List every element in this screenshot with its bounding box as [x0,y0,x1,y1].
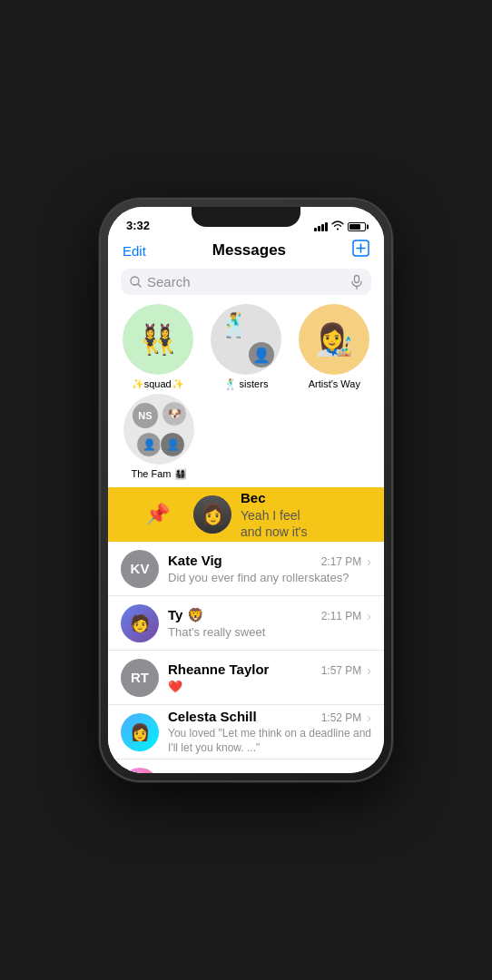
chevron-icon: › [367,710,371,725]
rheanne-name: Rheanne Taylor [168,662,269,677]
bec-content: Bec Yeah I feeland now it's [241,490,371,540]
signal-icon [314,222,328,231]
ty-content: Ty 🦁 2:11 PM › That's really sweet [168,607,371,639]
notch [192,207,300,227]
kate-vig-avatar: KV [121,550,159,588]
pin-area: 📌 [121,503,193,526]
fam-label: The Fam 👨‍👩‍👧‍👦 [131,468,186,480]
search-placeholder: Search [147,274,346,289]
artists-way-label: Artist's Way [309,378,360,390]
squad-avatar: 👯‍♀️ [123,304,193,375]
ty-avatar: 🧑 [121,604,159,642]
bec-preview: Yeah I feeland now it's [241,507,371,540]
status-time: 3:32 [126,219,150,232]
kate-vig-content: Kate Vig 2:17 PM › Did you ever find any… [168,553,371,584]
compose-button[interactable] [352,240,369,261]
pinned-groups-row1: 👯‍♀️ ✨squad✨ 🕺 👤 🕺 sisters [108,304,384,390]
phone-device: 3:32 [101,200,391,780]
celesta-name: Celesta Schill [168,709,257,724]
message-row-charlotte[interactable]: 👩 Charlotte Judge 10:18 AM › [108,760,384,773]
message-row-rheanne[interactable]: RT Rheanne Taylor 1:57 PM › ❤️ [108,651,384,705]
rheanne-avatar: RT [121,659,159,697]
sisters-avatar: 🕺 👤 [211,304,281,375]
ns-badge: NS [131,401,160,430]
phone-screen: 3:32 [108,207,384,773]
celesta-avatar: 👩 [121,713,159,751]
message-row-celesta[interactable]: 👩 Celesta Schill 1:52 PM › You loved "Le… [108,705,384,760]
wifi-icon [331,220,344,232]
edit-button[interactable]: Edit [123,243,146,259]
chevron-icon: › [367,554,371,569]
kate-vig-time: 2:17 PM › [321,554,371,569]
artists-way-avatar: 👩‍🎨 [299,304,369,375]
sisters-label: 🕺 sisters [224,378,269,390]
celesta-time: 1:52 PM › [321,710,371,725]
pin-icon: 📌 [145,503,170,526]
group-squad[interactable]: 👯‍♀️ ✨squad✨ [115,304,200,390]
group-sisters[interactable]: 🕺 👤 🕺 sisters [203,304,288,390]
ty-preview: That's really sweet [168,625,371,639]
bec-avatar: 👩 [193,495,231,534]
battery-icon [348,222,366,231]
message-row-ty[interactable]: 🧑 Ty 🦁 2:11 PM › That's really sweet [108,596,384,651]
rheanne-content: Rheanne Taylor 1:57 PM › ❤️ [168,662,371,693]
squad-label: ✨squad✨ [132,378,184,390]
svg-rect-2 [355,275,359,282]
charlotte-avatar: 👩 [121,768,159,773]
mic-icon [351,275,362,289]
fam-avatar: NS 🐶 👤 👤 [123,394,194,465]
chevron-icon: › [367,609,371,623]
bec-name: Bec [241,490,266,505]
group-artists-way[interactable]: 👩‍🎨 Artist's Way [292,304,377,390]
status-icons [314,220,366,232]
search-icon [130,276,142,288]
message-row-kate-vig[interactable]: KV Kate Vig 2:17 PM › Did you ever find … [108,542,384,596]
search-bar[interactable]: Search [121,269,371,295]
kate-vig-name: Kate Vig [168,553,222,568]
header: Edit Messages [108,236,384,269]
pinned-groups-row2: NS 🐶 👤 👤 The Fam 👨‍👩‍👧‍👦 [108,390,384,487]
message-row-bec[interactable]: 📌 👩 Bec Yeah I feeland now it's [108,487,384,542]
content-area: Edit Messages Search [108,236,384,773]
celesta-content: Celesta Schill 1:52 PM › You loved "Let … [168,709,371,755]
celesta-preview: You loved "Let me think on a deadline an… [168,727,371,755]
rheanne-preview: ❤️ [168,680,371,693]
chevron-icon: › [367,663,371,678]
rheanne-time: 1:57 PM › [321,663,371,678]
kate-vig-preview: Did you ever find any rollerskates? [168,571,371,584]
ty-name: Ty 🦁 [168,607,204,623]
group-the-fam[interactable]: NS 🐶 👤 👤 The Fam 👨‍👩‍👧‍👦 [115,394,202,480]
messages-list: 📌 👩 Bec Yeah I feeland now it's [108,487,384,773]
page-title: Messages [212,241,286,260]
ty-time: 2:11 PM › [321,609,371,623]
